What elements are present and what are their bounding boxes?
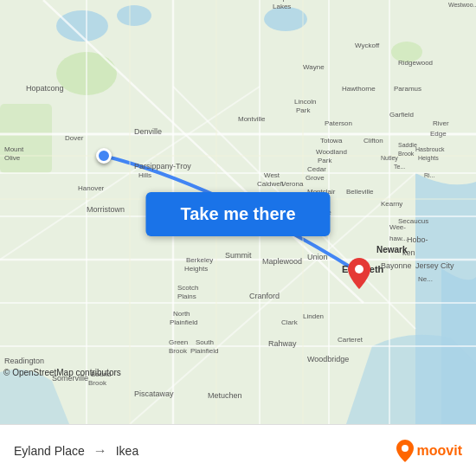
svg-text:Grove: Grove [306,174,325,182]
svg-text:Clark: Clark [281,318,299,326]
svg-text:Brook: Brook [169,347,188,355]
svg-text:South: South [196,338,214,346]
svg-text:Heights: Heights [184,265,208,273]
svg-text:Montville: Montville [238,115,266,123]
svg-point-111 [402,445,408,452]
svg-text:Denville: Denville [134,127,162,136]
svg-text:River: River [433,119,449,127]
svg-text:Heights: Heights [418,155,439,162]
svg-text:Nutley: Nutley [381,155,398,162]
svg-text:Woodbridge: Woodbridge [307,355,349,363]
svg-text:Te...: Te... [394,164,405,170]
svg-text:Paterson: Paterson [325,119,352,127]
svg-text:Dover: Dover [65,134,84,142]
svg-text:Rahway: Rahway [268,339,297,348]
svg-text:Maplewood: Maplewood [262,257,302,266]
svg-text:Park: Park [296,106,311,114]
svg-text:Berkeley: Berkeley [186,256,213,264]
map-container: Hopatcong Mount Olive Dover Denville Par… [0,0,476,424]
svg-rect-6 [0,104,52,173]
destination-marker [348,258,370,289]
route-arrow-icon: → [93,443,107,459]
svg-text:Wayne: Wayne [303,63,325,71]
bottom-bar: Eyland Place → Ikea moovit [0,424,476,476]
svg-text:Parsippany-Troy: Parsippany-Troy [134,162,191,170]
svg-text:Cranford: Cranford [249,292,280,300]
svg-text:Bayonne: Bayonne [381,261,412,270]
svg-text:Lakes: Lakes [273,3,291,10]
svg-text:Paramus: Paramus [394,85,421,93]
svg-text:Hopatcong: Hopatcong [26,84,64,93]
svg-text:Wee-: Wee- [389,223,406,231]
svg-text:Woodland: Woodland [316,148,347,156]
svg-text:Brook: Brook [88,379,107,387]
svg-text:North: North [173,310,190,318]
svg-text:Ri...: Ri... [424,172,435,178]
svg-text:Scotch: Scotch [177,284,198,292]
take-me-there-button[interactable]: Take me there [145,192,330,236]
origin-marker [96,148,112,164]
svg-text:Newark: Newark [376,245,408,254]
svg-text:Garfield: Garfield [389,111,414,119]
map-attribution: © OpenStreetMap contributors [3,368,121,377]
svg-text:Pompton: Pompton [268,0,296,2]
svg-text:Mount: Mount [4,145,24,153]
svg-text:Plainfield: Plainfield [190,347,218,355]
svg-text:Hobo-: Hobo- [407,235,428,244]
svg-text:Metuchen: Metuchen [208,391,242,400]
svg-text:West: West [264,171,280,179]
svg-text:Ridgewood: Ridgewood [398,59,433,67]
svg-text:Park: Park [318,157,332,164]
svg-text:Hanover: Hanover [78,184,105,192]
svg-text:Union: Union [307,253,328,261]
svg-text:Westwoo...: Westwoo... [448,2,476,8]
svg-text:Kearny: Kearny [381,200,402,208]
svg-text:Carteret: Carteret [338,336,363,344]
svg-text:Olive: Olive [4,154,21,162]
svg-text:Hasbrouck: Hasbrouck [415,146,445,152]
route-to-label: Ikea [116,444,138,458]
svg-text:Summit: Summit [225,251,252,260]
svg-text:Ne...: Ne... [418,275,433,283]
moovit-pin-icon [396,440,414,462]
svg-text:Plains: Plains [177,293,196,300]
svg-text:Hawthorne: Hawthorne [342,85,376,93]
svg-text:Readington: Readington [4,357,44,365]
svg-text:Saddle: Saddle [398,142,417,148]
svg-text:Caldwell: Caldwell [257,180,283,188]
svg-text:Brook: Brook [398,151,415,157]
moovit-logo: moovit [396,440,462,462]
svg-text:Linden: Linden [303,312,324,320]
svg-text:Oakland: Oakland [363,0,389,2]
svg-text:Hills: Hills [138,171,151,179]
svg-point-3 [264,7,307,31]
svg-text:Clifton: Clifton [363,137,383,145]
svg-text:Lincoln: Lincoln [294,98,316,106]
moovit-brand-text: moovit [417,443,462,459]
route-from-label: Eyland Place [14,444,85,458]
svg-text:Plainfield: Plainfield [170,318,197,326]
svg-text:Wyckoff: Wyckoff [355,42,380,49]
svg-text:Jersey City: Jersey City [415,261,454,270]
svg-text:Totowa: Totowa [320,137,343,145]
svg-text:Piscataway: Piscataway [134,389,174,398]
svg-text:Edge: Edge [430,130,447,138]
svg-point-2 [117,5,151,26]
svg-point-110 [355,265,363,273]
svg-text:Morristown: Morristown [87,205,125,214]
svg-text:haw...: haw... [389,235,408,242]
svg-text:Green: Green [169,338,188,346]
svg-text:Verona: Verona [281,180,304,188]
svg-text:Belleville: Belleville [346,188,374,196]
svg-text:Cedar: Cedar [307,165,326,173]
